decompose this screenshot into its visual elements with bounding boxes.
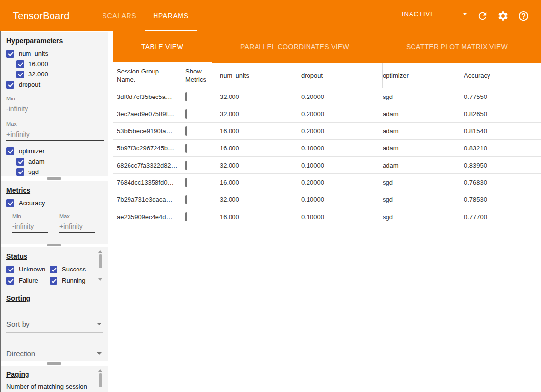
show-metrics-cell [185, 93, 220, 100]
column-session-group-name[interactable]: Session Group Name. [117, 63, 185, 88]
accuracy-value: 0.77550 [464, 93, 541, 100]
dropout-max-label: Max [6, 121, 103, 127]
status-unknown-checkbox[interactable] [6, 266, 14, 273]
show-metrics-checkbox[interactable] [185, 92, 187, 101]
num-units-value: 32.000 [220, 196, 301, 203]
dropout-label: dropout [19, 81, 40, 88]
tab-parallel-coordinates-view[interactable]: PARALLEL COORDINATES VIEW [212, 31, 378, 63]
status-running-label: Running [62, 277, 85, 284]
num-units-32-checkbox[interactable] [16, 71, 24, 78]
scroll-up-icon[interactable] [98, 369, 102, 372]
column-num-units[interactable]: num_units [220, 63, 301, 88]
show-metrics-checkbox[interactable] [185, 212, 187, 221]
num-units-value: 16.000 [220, 127, 301, 135]
dropout-value: 0.10000 [301, 196, 383, 203]
hparam-optimizer-row[interactable]: optimizer [6, 146, 103, 156]
session-group-row[interactable]: 7684dcc13358fd0… 16.000 0.20000 sgd 0.76… [113, 174, 541, 191]
show-metrics-checkbox[interactable] [185, 178, 187, 187]
resize-handle[interactable] [47, 244, 61, 246]
column-show-metrics[interactable]: Show Metrics [185, 63, 220, 88]
column-optimizer[interactable]: optimizer [383, 63, 464, 88]
session-group-row[interactable]: 6826cc7fa3322d82… 32.000 0.10000 adam 0.… [113, 157, 541, 174]
hyperparameters-panel: Hyperparameters num_units 16.000 32.000 … [1, 32, 108, 176]
num-units-value: 16.000 [220, 145, 301, 152]
status-running-checkbox[interactable] [50, 277, 57, 285]
show-metrics-cell [185, 196, 220, 203]
hparam-num-units-16-row[interactable]: 16.000 [16, 59, 103, 69]
show-metrics-cell [185, 110, 220, 118]
hparam-num-units-row[interactable]: num_units [6, 49, 103, 59]
metrics-heading: Metrics [6, 186, 103, 194]
tab-table-view[interactable]: TABLE VIEW [113, 31, 212, 63]
accuracy-min-input[interactable] [12, 219, 48, 233]
refresh-icon[interactable] [477, 10, 488, 22]
show-metrics-checkbox[interactable] [185, 144, 187, 153]
view-tabs: TABLE VIEW PARALLEL COORDINATES VIEW SCA… [113, 31, 541, 63]
scrollbar-thumb[interactable] [99, 254, 102, 268]
status-failure-checkbox[interactable] [6, 277, 14, 285]
dropout-min-input[interactable] [6, 101, 104, 115]
show-metrics-checkbox[interactable] [185, 109, 187, 119]
scroll-down-icon[interactable] [98, 278, 102, 281]
optimizer-value: sgd [383, 213, 464, 220]
status-success-row[interactable]: Success [50, 264, 100, 274]
hparams-sidebar: Hyperparameters num_units 16.000 32.000 … [0, 31, 108, 392]
dropout-max-input[interactable] [6, 127, 104, 141]
accuracy-checkbox[interactable] [6, 199, 14, 207]
status-running-row[interactable]: Running [50, 275, 100, 286]
tab-scatter-plot-matrix-view[interactable]: SCATTER PLOT MATRIX VIEW [378, 31, 536, 63]
session-group-row[interactable]: 5b97f3c2967245b… 16.000 0.10000 adam 0.8… [113, 140, 541, 157]
gear-icon[interactable] [497, 10, 509, 22]
direction-select[interactable]: Direction [6, 346, 103, 361]
session-group-row[interactable]: 7b29a731e3daca… 32.000 0.10000 sgd 0.785… [113, 191, 541, 208]
accuracy-value: 0.81540 [464, 127, 541, 135]
optimizer-adam-checkbox[interactable] [16, 158, 24, 166]
metrics-panel: Metrics Accuracy Min Max [1, 181, 108, 244]
scroll-up-icon[interactable] [98, 250, 102, 253]
status-success-checkbox[interactable] [50, 266, 57, 273]
hparam-dropout-row[interactable]: dropout [6, 79, 103, 90]
tab-scalars[interactable]: SCALARS [94, 0, 145, 31]
optimizer-sgd-checkbox[interactable] [16, 168, 24, 176]
num-units-16-label: 16.000 [28, 60, 48, 68]
accuracy-max-input[interactable] [59, 219, 95, 233]
hparam-num-units-32-row[interactable]: 32.000 [16, 69, 103, 79]
status-options: Unknown Success Failure Running [6, 264, 100, 286]
help-icon[interactable] [518, 10, 529, 22]
paging-scrollbar[interactable] [98, 369, 103, 392]
toolbar-actions: INACTIVE [402, 10, 529, 22]
column-accuracy[interactable]: Accuracy [464, 68, 541, 84]
inactive-plugins-dropdown[interactable]: INACTIVE [402, 10, 467, 21]
tab-hparams[interactable]: HPARAMS [145, 0, 197, 31]
session-group-name: 3df0d7cf35bec5a… [117, 93, 185, 100]
show-metrics-cell [185, 213, 220, 220]
scrollbar-thumb[interactable] [99, 373, 102, 387]
num-units-16-checkbox[interactable] [16, 60, 24, 68]
hparam-optimizer-adam-row[interactable]: adam [16, 156, 103, 167]
chevron-down-icon [97, 323, 102, 325]
direction-value: Direction [6, 349, 35, 358]
resize-handle[interactable] [47, 177, 61, 180]
num-units-checkbox[interactable] [6, 50, 14, 58]
column-dropout[interactable]: dropout [301, 63, 383, 88]
session-group-row[interactable]: 3df0d7cf35bec5a… 32.000 0.20000 sgd 0.77… [113, 88, 541, 105]
show-metrics-checkbox[interactable] [185, 126, 187, 136]
accuracy-min-label: Min [12, 213, 48, 219]
num-units-value: 32.000 [220, 162, 301, 169]
status-failure-row[interactable]: Failure [6, 275, 50, 286]
table-header: Session Group Name. Show Metrics num_uni… [113, 63, 541, 88]
session-group-row[interactable]: 53bf5bece9190fa… 16.000 0.20000 adam 0.8… [113, 122, 541, 140]
status-scrollbar[interactable] [98, 250, 103, 281]
sidebar-edge [0, 31, 1, 392]
status-unknown-row[interactable]: Unknown [6, 264, 50, 274]
dropout-checkbox[interactable] [6, 81, 14, 89]
resize-handle[interactable] [47, 362, 61, 365]
hparam-optimizer-sgd-row[interactable]: sgd [16, 167, 103, 176]
session-group-row[interactable]: ae235909ec4e4d… 16.000 0.10000 sgd 0.777… [113, 208, 541, 225]
show-metrics-checkbox[interactable] [185, 195, 187, 204]
optimizer-checkbox[interactable] [6, 147, 14, 155]
session-group-row[interactable]: 3ec2aed9e07589f… 32.000 0.20000 adam 0.8… [113, 105, 541, 122]
show-metrics-checkbox[interactable] [185, 161, 187, 170]
sort-by-select[interactable]: Sort by [6, 317, 103, 333]
metric-accuracy-row[interactable]: Accuracy [6, 198, 103, 208]
